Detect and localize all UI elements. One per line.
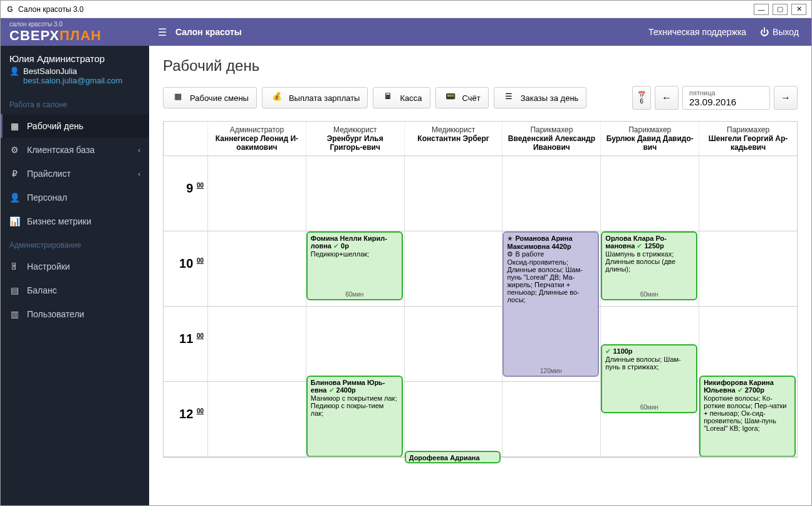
star-icon: ★ xyxy=(507,235,513,242)
date-nav: 📅6 ← пятница 23.09.2016 → xyxy=(632,86,798,110)
maximize-button[interactable]: ▢ xyxy=(773,4,788,15)
close-button[interactable]: ✕ xyxy=(791,4,806,15)
sidebar-item-metrics[interactable]: 📊Бизнес метрики xyxy=(1,209,149,233)
prev-day-button[interactable]: ← xyxy=(655,86,679,110)
calendar-button[interactable]: 📅6 xyxy=(632,86,651,110)
schedule-header: АдминистраторКаннегисер Леонид И-оакимов… xyxy=(164,122,797,156)
grid-icon: ▦ xyxy=(9,121,19,131)
salon-name: BestSalonJulia xyxy=(23,66,77,76)
logo-text-b: ПЛАН xyxy=(60,28,102,43)
ruble-icon: ₽ xyxy=(9,169,19,179)
date-value: 23.09.2016 xyxy=(689,97,763,107)
appt-services: Педикюр+шеллак; xyxy=(311,250,369,258)
appt-status: В работе xyxy=(516,250,544,258)
appointment-card[interactable]: Орлова Клара Ро-мановна ✔ 1250р Шампунь … xyxy=(601,231,697,300)
staff-column-header: ПарикмахерШенгели Георгий Ар-кадьевич xyxy=(699,122,797,155)
sidebar-item-staff[interactable]: 👤Персонал xyxy=(1,186,149,209)
sidebar-section-admin: Администрирование xyxy=(1,233,149,255)
app-icon: G xyxy=(6,5,14,14)
chart-icon: 📊 xyxy=(9,216,19,226)
payroll-button[interactable]: 💰Выплата зарплаты xyxy=(262,87,368,108)
appt-price: 1100р xyxy=(613,347,632,355)
shifts-button[interactable]: ▦Рабочие смены xyxy=(163,87,257,108)
date-display[interactable]: пятница 23.09.2016 xyxy=(682,86,770,110)
button-label: Касса xyxy=(400,93,422,103)
sidebar-item-label: Настройки xyxy=(27,261,70,271)
sidebar-item-label: Бизнес метрики xyxy=(27,216,91,226)
appt-services: Оксид-проявитель; Длинные волосы; Шам-пу… xyxy=(507,258,582,303)
logout-link[interactable]: ⏻Выход xyxy=(760,27,799,37)
min-label: 00 xyxy=(197,182,204,189)
user-email[interactable]: best.salon.julia@gmail.com xyxy=(9,76,140,85)
staff-column-header: ПарикмахерБурлюк Давид Давидо-вич xyxy=(600,122,699,155)
users-icon: ▥ xyxy=(9,309,19,319)
hour-label: 10 xyxy=(179,256,193,270)
arrow-right-icon: → xyxy=(781,92,791,103)
appt-price: 0р xyxy=(341,242,349,250)
sidebar-section-work: Работа в салоне xyxy=(1,93,149,114)
staff-column-header: АдминистраторКаннегисер Леонид И-оакимов… xyxy=(207,122,306,155)
schedule-column[interactable]: Дорофеева Адриана xyxy=(404,156,502,457)
topbar: салон красоты 3.0 СВЕРХПЛАН ☰ Салон крас… xyxy=(1,18,811,46)
hour-label: 12 xyxy=(179,407,193,421)
gear-small-icon: ⚙ xyxy=(507,250,513,258)
hand-money-icon: 💰 xyxy=(270,92,284,104)
schedule-column[interactable]: Фомина Нелли Кирил-ловна ✔ 0р Педикюр+ше… xyxy=(306,156,404,457)
appointment-card[interactable]: Фомина Нелли Кирил-ловна ✔ 0р Педикюр+ше… xyxy=(306,231,403,300)
sidebar-item-users[interactable]: ▥Пользователи xyxy=(1,302,149,326)
calendar-day: 6 xyxy=(640,98,643,105)
chevron-left-icon: ‹ xyxy=(138,170,140,177)
sidebar-item-clients[interactable]: ⚙Клиентская база‹ xyxy=(1,138,149,162)
cashier-button[interactable]: 🖩Касса xyxy=(373,87,430,108)
schedule: АдминистраторКаннегисер Леонид И-оакимов… xyxy=(163,121,798,458)
staff-name: Шенгели Георгий Ар-кадьевич xyxy=(704,134,792,152)
schedule-body[interactable]: 9 00 10 00 11 00 12 00 Фомина Нелли Кири… xyxy=(164,156,797,457)
hamburger-icon[interactable]: ☰ xyxy=(158,26,167,38)
staff-column-header: МедикюристЭренбург Илья Григорь-евич xyxy=(306,122,404,155)
orders-button[interactable]: ☰Заказы за день xyxy=(494,87,587,108)
sidebar-item-pricelist[interactable]: ₽Прайслист‹ xyxy=(1,162,149,186)
appt-client: Дорофеева Адриана xyxy=(409,454,480,461)
sidebar-item-workday[interactable]: ▦Рабочий день xyxy=(1,114,149,138)
user-icon: 👤 xyxy=(9,66,19,76)
sidebar-item-settings[interactable]: 🎚Настройки xyxy=(1,255,149,278)
appointment-card[interactable]: Дорофеева Адриана xyxy=(405,451,501,463)
min-label: 00 xyxy=(197,408,204,414)
user-name: Юлия Администратор xyxy=(9,53,140,64)
appt-duration: 60мин xyxy=(602,291,696,298)
sidebar-item-label: Прайслист xyxy=(27,169,71,179)
gear-icon: ⚙ xyxy=(9,145,19,155)
hour-label: 9 xyxy=(186,181,193,195)
page-title: Рабочий день xyxy=(163,57,798,75)
schedule-column[interactable]: Орлова Клара Ро-мановна ✔ 1250р Шампунь … xyxy=(600,156,699,457)
staff-role: Медикюрист xyxy=(410,125,497,134)
person-icon: 👤 xyxy=(9,192,19,203)
staff-name: Константин Эрберг xyxy=(410,134,497,143)
button-label: Рабочие смены xyxy=(190,93,249,103)
check-icon: ✔ xyxy=(605,347,611,355)
window-title: Салон красоты 3.0 xyxy=(18,5,84,14)
schedule-column[interactable]: Никифорова Карина Юльевна ✔ 2700р Коротк… xyxy=(699,156,797,457)
next-day-button[interactable]: → xyxy=(774,86,798,110)
button-label: Счёт xyxy=(462,93,481,103)
staff-name: Бурлюк Давид Давидо-вич xyxy=(606,134,694,152)
staff-column-header: ПарикмахерВведенский Александр Иванович xyxy=(502,122,600,155)
staff-role: Медикюрист xyxy=(311,125,399,134)
invoice-button[interactable]: 📟Счёт xyxy=(435,87,489,108)
button-label: Заказы за день xyxy=(521,93,579,103)
sidebar-item-balance[interactable]: ▤Баланс xyxy=(1,278,149,302)
appt-services: Длинные волосы; Шам-пунь в стрижках; xyxy=(605,356,680,371)
schedule-column[interactable]: ★ Романова Арина Максимовна 4420р ⚙ В ра… xyxy=(502,156,600,457)
schedule-column[interactable] xyxy=(207,156,306,457)
check-icon: ✔ xyxy=(333,242,339,250)
sidebar-item-label: Пользователи xyxy=(27,309,84,319)
appt-price: 4420р xyxy=(551,243,571,250)
appt-duration: 60мин xyxy=(308,291,402,298)
support-link[interactable]: Техническая поддержка xyxy=(648,27,746,37)
minimize-button[interactable]: — xyxy=(754,4,769,15)
sidebar-item-label: Рабочий день xyxy=(27,121,83,131)
logo: салон красоты 3.0 СВЕРХПЛАН xyxy=(1,18,149,48)
appt-services: Шампунь в стрижках; Длинные волосы (две … xyxy=(605,250,675,273)
sidebar-item-label: Клиентская база xyxy=(27,145,95,155)
hour-label: 11 xyxy=(179,332,193,345)
